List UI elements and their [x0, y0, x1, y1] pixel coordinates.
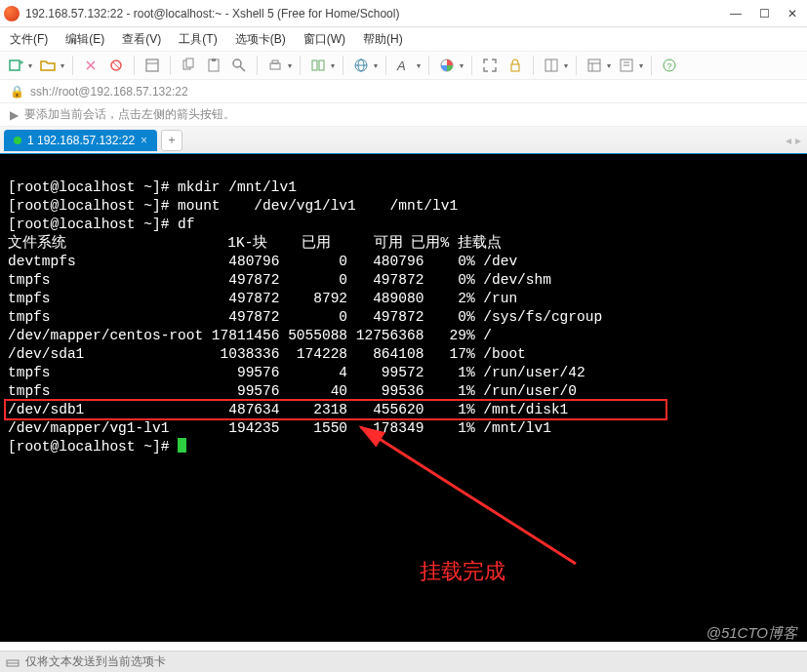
- watermark: @51CTO博客: [706, 624, 797, 643]
- dropdown-caret-icon[interactable]: ▾: [288, 61, 292, 70]
- tab-label: 1 192.168.57.132:22: [27, 134, 135, 147]
- terminal-line: tmpfs 99576 4 99572 1% /run/user/42: [8, 365, 585, 380]
- print-icon[interactable]: [265, 56, 285, 75]
- menu-file[interactable]: 文件(F): [10, 31, 48, 48]
- separator: [385, 56, 386, 75]
- terminal-line: tmpfs 99576 40 99536 1% /run/user/0: [8, 383, 577, 399]
- dropdown-caret-icon[interactable]: ▾: [460, 61, 464, 70]
- window-titlebar: 192.168.57.132:22 - root@localhost:~ - X…: [0, 0, 807, 27]
- svg-rect-14: [272, 60, 278, 63]
- svg-rect-13: [270, 63, 280, 69]
- maximize-button[interactable]: ☐: [759, 7, 770, 20]
- menu-help[interactable]: 帮助(H): [363, 31, 403, 48]
- status-dot-icon: [14, 137, 21, 144]
- menu-bar: 文件(F) 编辑(E) 查看(V) 工具(T) 选项卡(B) 窗口(W) 帮助(…: [0, 27, 807, 51]
- minimize-button[interactable]: ―: [730, 7, 742, 20]
- separator: [576, 56, 577, 75]
- terminal-line: devtmpfs 480796 0 480796 0% /dev: [8, 254, 517, 269]
- menu-window[interactable]: 窗口(W): [303, 31, 345, 48]
- reconnect-icon[interactable]: [81, 56, 101, 75]
- tab-nav-arrows: ◂ ▸: [786, 134, 801, 147]
- new-tab-button[interactable]: ＋: [161, 130, 182, 151]
- layout-icon[interactable]: [542, 56, 561, 75]
- dropdown-caret-icon[interactable]: ▾: [639, 61, 643, 70]
- color-icon[interactable]: [437, 56, 457, 75]
- help-icon[interactable]: ?: [660, 56, 679, 75]
- menu-view[interactable]: 查看(V): [122, 31, 161, 48]
- properties-icon[interactable]: [142, 56, 162, 75]
- terminal-cursor: [178, 438, 186, 453]
- dropdown-caret-icon[interactable]: ▾: [564, 61, 568, 70]
- terminal-line: [root@localhost ~]# mkdir /mnt/lv1: [8, 179, 297, 195]
- separator: [343, 56, 343, 75]
- address-bar: 🔒 ssh://root@192.168.57.132:22: [0, 80, 807, 103]
- separator: [72, 56, 73, 75]
- tab-strip: 1 192.168.57.132:22 × ＋ ◂ ▸: [0, 127, 807, 154]
- dropdown-caret-icon[interactable]: ▾: [61, 61, 64, 70]
- svg-line-33: [361, 427, 576, 564]
- terminal-line: tmpfs 497872 8792 489080 2% /run: [8, 291, 517, 306]
- window-controls: ― ☐ ✕: [730, 7, 803, 20]
- terminal-line: [root@localhost ~]# mount /dev/vg1/lv1 /…: [8, 198, 458, 214]
- svg-text:A: A: [396, 59, 406, 73]
- tab-prev-icon[interactable]: ◂: [786, 134, 791, 147]
- new-session-icon[interactable]: [6, 56, 25, 75]
- session-tab[interactable]: 1 192.168.57.132:22 ×: [4, 130, 157, 151]
- toolbar: ▾ ▾ ▾ ▾ ▾ A▾ ▾ ▾ ▾ ▾ ?: [0, 51, 807, 80]
- window-title: 192.168.57.132:22 - root@localhost:~ - X…: [25, 7, 730, 20]
- svg-text:?: ?: [667, 61, 672, 71]
- separator: [471, 56, 472, 75]
- terminal-line: [root@localhost ~]# df: [8, 217, 194, 232]
- separator: [170, 56, 171, 75]
- svg-rect-8: [186, 59, 193, 67]
- svg-rect-0: [10, 60, 20, 70]
- paste-icon[interactable]: [204, 56, 223, 75]
- annotation-text: 挂载完成: [420, 562, 505, 580]
- script2-icon[interactable]: [617, 56, 636, 75]
- terminal-line: /dev/sda1 1038336 174228 864108 17% /boo…: [8, 346, 526, 362]
- lock-icon: 🔒: [10, 85, 24, 99]
- fullscreen-icon[interactable]: [480, 56, 500, 75]
- separator: [651, 56, 652, 75]
- terminal-line: tmpfs 497872 0 497872 0% /dev/shm: [8, 272, 551, 288]
- tab-next-icon[interactable]: ▸: [795, 134, 801, 147]
- svg-line-12: [240, 66, 245, 71]
- disconnect-icon[interactable]: [106, 56, 126, 75]
- tip-bar: ▶ 要添加当前会话，点击左侧的箭头按钮。: [0, 103, 807, 127]
- menu-tools[interactable]: 工具(T): [179, 31, 217, 48]
- lock-icon[interactable]: [505, 56, 525, 75]
- script-icon[interactable]: [585, 56, 604, 75]
- font-icon[interactable]: A: [394, 56, 414, 75]
- svg-rect-5: [146, 59, 158, 71]
- dropdown-caret-icon[interactable]: ▾: [374, 61, 378, 70]
- find-icon[interactable]: [229, 56, 249, 75]
- dropdown-caret-icon[interactable]: ▾: [28, 61, 32, 70]
- status-text: 仅将文本发送到当前选项卡: [25, 653, 166, 670]
- status-bar: 仅将文本发送到当前选项卡: [0, 651, 807, 672]
- menu-edit[interactable]: 编辑(E): [65, 31, 104, 48]
- tab-close-icon[interactable]: ×: [141, 134, 147, 147]
- terminal-line: 文件系统 1K-块 已用 可用 已用% 挂载点: [8, 235, 502, 251]
- open-icon[interactable]: [38, 56, 58, 75]
- dropdown-caret-icon[interactable]: ▾: [417, 61, 421, 70]
- svg-rect-22: [511, 64, 519, 71]
- arrow-right-icon[interactable]: ▶: [10, 108, 19, 122]
- address-text[interactable]: ssh://root@192.168.57.132:22: [30, 85, 188, 99]
- copy-icon[interactable]: [179, 56, 198, 75]
- globe-icon[interactable]: [351, 56, 371, 75]
- dropdown-caret-icon[interactable]: ▾: [331, 61, 335, 70]
- close-button[interactable]: ✕: [787, 7, 797, 20]
- dropdown-caret-icon[interactable]: ▾: [607, 61, 611, 70]
- transfer-icon[interactable]: [308, 56, 328, 75]
- terminal-prompt: [root@localhost ~]#: [8, 439, 178, 455]
- terminal-line: /dev/mapper/centos-root 17811456 5055088…: [8, 328, 492, 343]
- svg-rect-25: [588, 59, 600, 71]
- separator: [428, 56, 429, 75]
- separator: [134, 56, 135, 75]
- app-logo-icon: [4, 6, 20, 21]
- terminal-line: tmpfs 497872 0 497872 0% /sys/fs/cgroup: [8, 309, 602, 325]
- svg-rect-16: [319, 60, 324, 70]
- menu-tabs[interactable]: 选项卡(B): [235, 31, 286, 48]
- status-icon: [6, 655, 20, 669]
- terminal-pane[interactable]: [root@localhost ~]# mkdir /mnt/lv1 [root…: [0, 154, 807, 642]
